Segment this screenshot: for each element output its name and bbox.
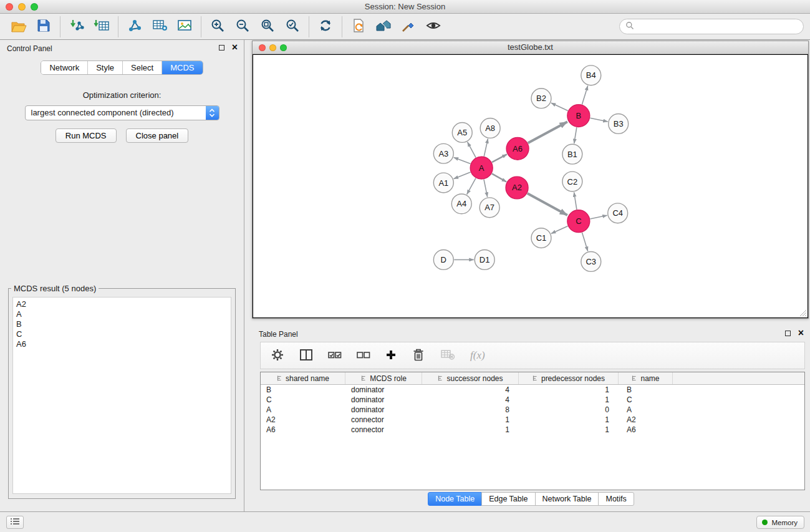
criterion-dropdown[interactable]: largest connected component (directed)	[25, 105, 219, 120]
cell-successor-nodes[interactable]: 1	[422, 415, 519, 425]
style-brush-button[interactable]	[396, 16, 421, 37]
edge-C-C1[interactable]	[551, 226, 568, 233]
zoom-view-button[interactable]	[280, 44, 287, 51]
cell-name[interactable]: A6	[619, 425, 673, 435]
node-B[interactable]: B	[567, 105, 590, 127]
cell-predecessor-nodes[interactable]: 0	[519, 405, 619, 415]
export-image-button[interactable]	[172, 16, 197, 37]
close-view-button[interactable]	[259, 44, 266, 51]
run-mcds-button[interactable]: Run MCDS	[55, 128, 117, 143]
table-row[interactable]: A6connector11A6	[261, 425, 804, 435]
cell-mcds-role[interactable]: dominator	[345, 385, 422, 395]
edge-A-A7[interactable]	[484, 180, 488, 197]
cell-predecessor-nodes[interactable]: 1	[519, 385, 619, 395]
table-row[interactable]: Cdominator41C	[261, 395, 804, 405]
tab-network-table[interactable]: Network Table	[535, 492, 599, 506]
column-header-predecessor-nodes[interactable]: predecessor nodes	[519, 372, 619, 384]
tab-style[interactable]: Style	[88, 61, 123, 74]
cell-mcds-role[interactable]: connector	[345, 425, 422, 435]
reload-file-button[interactable]	[346, 16, 371, 37]
edge-A6-B[interactable]	[528, 122, 567, 143]
import-table-button[interactable]	[89, 16, 114, 37]
tab-motifs[interactable]: Motifs	[598, 492, 634, 506]
minimize-window-button[interactable]	[18, 3, 26, 11]
close-panel-button[interactable]: Close panel	[126, 128, 189, 143]
select-all-columns-button[interactable]	[328, 350, 342, 362]
tab-select[interactable]: Select	[123, 61, 162, 74]
import-network-button[interactable]	[64, 16, 89, 37]
edge-C-C3[interactable]	[582, 233, 587, 251]
network-canvas[interactable]: AA1A2A3A4A5A6A7A8BB1B2B3B4CC1C2C3C4DD1	[253, 54, 808, 318]
cell-mcds-role[interactable]: connector	[345, 415, 422, 425]
mcds-result-list[interactable]: A2ABCA6	[12, 297, 231, 494]
close-panel-icon-button[interactable]: ×	[232, 44, 238, 51]
zoom-window-button[interactable]	[31, 3, 38, 11]
cell-shared-name[interactable]: C	[261, 395, 345, 405]
tab-node-table[interactable]: Node Table	[428, 492, 482, 506]
refresh-view-button[interactable]	[313, 16, 338, 37]
node-A8[interactable]: A8	[480, 118, 500, 138]
resize-grip-icon[interactable]	[799, 309, 807, 317]
edge-B-B1[interactable]	[574, 127, 577, 143]
cell-name[interactable]: A2	[619, 415, 673, 425]
node-C4[interactable]: C4	[608, 203, 628, 223]
edge-A2-C[interactable]	[528, 193, 567, 215]
delete-column-button[interactable]	[412, 348, 425, 364]
cell-successor-nodes[interactable]: 4	[422, 395, 519, 405]
deselect-all-columns-button[interactable]	[357, 350, 370, 362]
edge-C-C2[interactable]	[574, 192, 577, 210]
cell-shared-name[interactable]: B	[261, 385, 345, 395]
tab-edge-table[interactable]: Edge Table	[481, 492, 535, 506]
node-A4[interactable]: A4	[451, 194, 471, 214]
cell-successor-nodes[interactable]: 8	[422, 405, 519, 415]
cell-mcds-role[interactable]: dominator	[345, 395, 422, 405]
save-session-button[interactable]	[31, 16, 56, 37]
new-network-button[interactable]	[122, 16, 147, 37]
node-B2[interactable]: B2	[531, 89, 551, 109]
zoom-in-button[interactable]	[205, 16, 230, 37]
edge-A-A4[interactable]	[467, 178, 476, 195]
node-D[interactable]: D	[433, 250, 453, 270]
edge-A-A3[interactable]	[454, 157, 471, 163]
node-B3[interactable]: B3	[609, 114, 629, 134]
table-settings-button[interactable]	[271, 348, 284, 364]
tab-mcds[interactable]: MCDS	[162, 61, 202, 74]
tab-network[interactable]: Network	[41, 61, 88, 74]
edge-A-A5[interactable]	[468, 142, 476, 158]
cell-successor-nodes[interactable]: 1	[422, 425, 519, 435]
network-window-titlebar[interactable]: testGlobe.txt	[253, 41, 808, 54]
node-C1[interactable]: C1	[531, 228, 551, 248]
edge-B-B4[interactable]	[582, 85, 587, 104]
node-A7[interactable]: A7	[480, 198, 499, 218]
zoom-selected-button[interactable]	[280, 16, 305, 37]
home-view-button[interactable]	[371, 16, 396, 37]
cell-name[interactable]: B	[619, 385, 673, 395]
node-A5[interactable]: A5	[452, 122, 472, 142]
node-A3[interactable]: A3	[433, 143, 453, 163]
table-row[interactable]: Adominator80A	[261, 405, 804, 415]
column-header-successor-nodes[interactable]: successor nodes	[422, 372, 519, 384]
close-table-panel-button[interactable]: ×	[798, 330, 804, 336]
table-row[interactable]: Bdominator41B	[261, 385, 804, 395]
cell-name[interactable]: C	[619, 395, 673, 405]
open-session-button[interactable]	[6, 16, 31, 37]
memory-button[interactable]: Memory	[756, 516, 804, 529]
search-input[interactable]	[637, 22, 798, 31]
node-A1[interactable]: A1	[433, 173, 453, 193]
cell-name[interactable]: A	[619, 405, 673, 415]
network-table-button[interactable]	[147, 16, 172, 37]
edge-B-B2[interactable]	[551, 103, 568, 111]
cell-predecessor-nodes[interactable]: 1	[519, 425, 619, 435]
column-header-name[interactable]: name	[619, 372, 673, 384]
edge-A-A1[interactable]	[454, 172, 471, 179]
cell-shared-name[interactable]: A6	[261, 425, 345, 435]
edge-A-A6[interactable]	[492, 154, 507, 162]
cell-predecessor-nodes[interactable]: 1	[519, 415, 619, 425]
panel-toggle-button[interactable]	[6, 516, 24, 529]
cell-mcds-role[interactable]: dominator	[345, 405, 422, 415]
column-header-mcds-role[interactable]: MCDS role	[345, 372, 422, 384]
node-D1[interactable]: D1	[475, 250, 494, 270]
node-C[interactable]: C	[567, 210, 590, 233]
zoom-fit-button[interactable]	[255, 16, 280, 37]
function-builder-button[interactable]: f(x)	[470, 349, 485, 362]
